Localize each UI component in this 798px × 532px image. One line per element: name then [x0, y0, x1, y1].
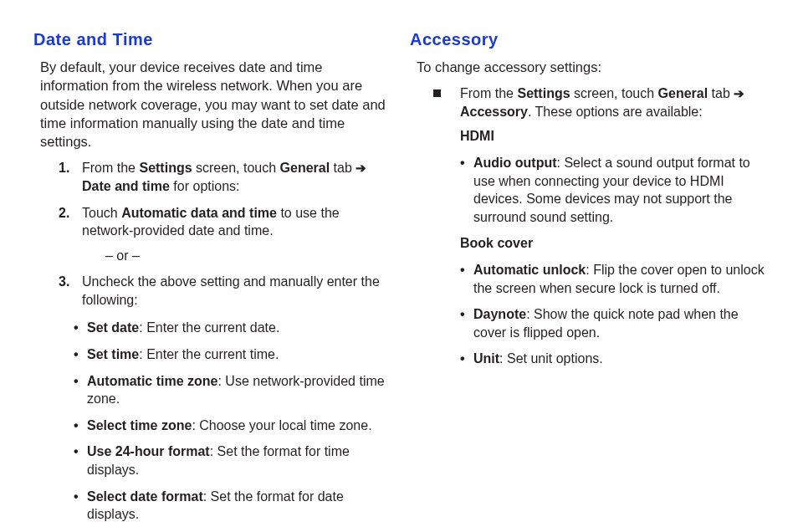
option-label: Select time zone: [87, 418, 192, 432]
text-fragment: for options:: [170, 179, 240, 193]
option-label: Unit: [473, 351, 499, 366]
general-tab-label: General: [280, 161, 330, 175]
arrow-icon: ➔: [356, 160, 366, 176]
step-3: 3. Uncheck the above setting and manuall…: [59, 273, 388, 524]
option-set-time: Set time: Enter the current time.: [74, 345, 388, 364]
left-column: Date and Time By default, your device re…: [33, 28, 388, 532]
settings-label: Settings: [517, 86, 570, 100]
two-column-layout: Date and Time By default, your device re…: [33, 28, 765, 532]
text-fragment: From the: [82, 161, 139, 175]
option-desc: : Choose your local time zone.: [192, 418, 371, 432]
option-audio-output: Audio output: Select a sound output form…: [460, 154, 765, 226]
step-text: From the Settings screen, touch General …: [82, 161, 366, 193]
text-fragment: tab: [330, 161, 356, 175]
option-select-date-format: Select date format: Set the format for d…: [74, 488, 388, 524]
settings-label: Settings: [139, 161, 192, 175]
general-tab-label: General: [658, 86, 708, 100]
accessory-heading: Accessory: [410, 28, 765, 51]
option-desc: : Enter the current date.: [139, 320, 279, 335]
option-label: Daynote: [473, 307, 526, 321]
or-separator: – or –: [105, 247, 388, 265]
text-fragment: From the: [460, 86, 517, 100]
option-label: Use 24-hour format: [87, 444, 210, 458]
date-time-steps-list: 1. From the Settings screen, touch Gener…: [33, 159, 388, 524]
date-time-options-list: Set date: Enter the current date. Set ti…: [74, 319, 388, 523]
book-cover-subheading: Book cover: [460, 234, 765, 253]
date-and-time-label: Date and time: [82, 179, 170, 193]
option-automatic-unlock: Automatic unlock: Flip the cover open to…: [460, 261, 765, 297]
text-fragment: Touch: [82, 206, 121, 220]
option-label: Set time: [87, 347, 139, 361]
step-text: Touch Automatic data and time to use the…: [82, 206, 340, 238]
arrow-icon: ➔: [734, 85, 744, 102]
step-number: 3.: [59, 273, 69, 291]
manual-page: Date and Time By default, your device re…: [0, 0, 798, 532]
date-and-time-intro: By default, your device receives date an…: [40, 58, 388, 151]
step-number: 1.: [59, 159, 69, 177]
option-auto-time-zone: Automatic time zone: Use network-provide…: [74, 372, 388, 408]
accessory-nav-step: From the Settings screen, touch General …: [423, 84, 765, 368]
step-number: 2.: [59, 204, 69, 223]
option-label: Automatic time zone: [87, 374, 217, 388]
book-cover-options-list: Automatic unlock: Flip the cover open to…: [460, 261, 765, 368]
text-fragment: screen, touch: [192, 161, 280, 175]
hdmi-subheading: HDMI: [460, 127, 765, 146]
option-label: Select date format: [87, 489, 203, 504]
step-2: 2. Touch Automatic data and time to use …: [59, 204, 388, 265]
option-desc: : Set unit options.: [499, 351, 603, 366]
step-text: Uncheck the above setting and manually e…: [82, 274, 380, 307]
automatic-data-and-time-label: Automatic data and time: [121, 206, 277, 220]
accessory-intro: To change accessory settings:: [417, 58, 765, 76]
date-and-time-heading: Date and Time: [33, 28, 388, 51]
option-unit: Unit: Set unit options.: [460, 350, 765, 368]
right-column: Accessory To change accessory settings: …: [410, 28, 765, 532]
option-set-date: Set date: Enter the current date.: [74, 319, 388, 337]
hdmi-options-list: Audio output: Select a sound output form…: [460, 154, 765, 226]
option-desc: : Enter the current time.: [139, 347, 279, 361]
option-daynote: Daynote: Show the quick note pad when th…: [460, 305, 765, 341]
option-label: Audio output: [473, 156, 557, 170]
option-label: Set date: [87, 320, 139, 335]
accessory-label: Accessory: [460, 105, 528, 119]
option-label: Automatic unlock: [473, 263, 586, 277]
text-fragment: tab: [708, 86, 734, 100]
option-select-time-zone: Select time zone: Choose your local time…: [74, 417, 388, 435]
text-fragment: . These options are available:: [528, 105, 703, 119]
text-fragment: screen, touch: [570, 86, 658, 100]
step-1: 1. From the Settings screen, touch Gener…: [59, 159, 388, 195]
option-24-hour-format: Use 24-hour format: Set the format for t…: [74, 442, 388, 478]
